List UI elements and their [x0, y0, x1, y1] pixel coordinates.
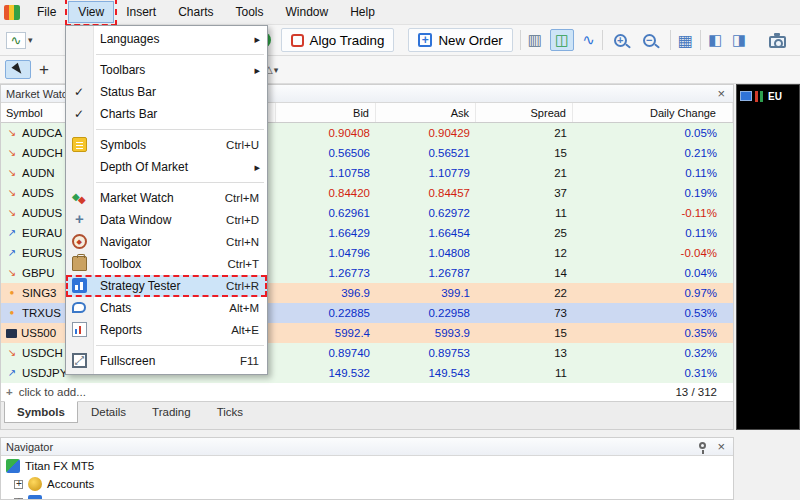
screenshot-camera-icon[interactable]	[769, 36, 786, 48]
chart-profile-dropdown-icon[interactable]	[28, 35, 33, 45]
spread-value: 15	[476, 323, 573, 343]
symbols-icon	[72, 137, 87, 152]
navigator-tree: Titan FX MT5 Accounts	[1, 456, 733, 500]
shapes-dropdown-icon[interactable]	[274, 65, 279, 75]
menu-item-shortcut: Ctrl+M	[225, 192, 259, 204]
tree-item-partial[interactable]	[6, 493, 733, 500]
tree-item-label: Titan FX MT5	[25, 460, 94, 472]
symbol-name: AUDUS	[22, 207, 62, 219]
add-symbol-row[interactable]: click to add... 13 / 312	[1, 383, 733, 401]
new-order-button[interactable]: New Order	[408, 28, 512, 52]
menu-separator	[96, 345, 264, 346]
cursor-tool-selected[interactable]	[5, 60, 31, 79]
menu-item-data-window[interactable]: Data Window Ctrl+D	[66, 209, 267, 231]
chart-candles-icon	[755, 91, 765, 102]
ask-value: 0.22958	[376, 303, 476, 323]
expand-icon[interactable]	[14, 480, 23, 489]
menu-item-shortcut: Ctrl+D	[226, 214, 259, 226]
tab-details[interactable]: Details	[78, 401, 139, 423]
tile-windows-icon[interactable]	[678, 31, 693, 50]
menu-separator	[96, 129, 264, 130]
chart-window-icon	[740, 91, 752, 101]
menu-item-market-watch[interactable]: Market Watch Ctrl+M	[66, 187, 267, 209]
chart-profile-icon[interactable]	[6, 32, 26, 49]
daily-change-value: 0.04%	[573, 263, 733, 283]
dock-window-left-icon[interactable]	[708, 31, 722, 49]
submenu-arrow-icon	[254, 161, 260, 174]
bid-value: 149.532	[276, 363, 376, 383]
spread-value: 14	[476, 263, 573, 283]
bid-value: 1.66429	[276, 223, 376, 243]
symbol-name: AUDCH	[22, 147, 63, 159]
menubar-item-help[interactable]: Help	[340, 1, 385, 23]
menu-item-toolbars[interactable]: Toolbars	[66, 59, 267, 81]
spread-value: 13	[476, 343, 573, 363]
close-icon[interactable]: ×	[714, 440, 728, 453]
menubar-item-label: Tools	[236, 5, 264, 19]
tab-ticks[interactable]: Ticks	[204, 401, 256, 423]
spread-value: 37	[476, 183, 573, 203]
zoom-out-icon[interactable]	[643, 34, 656, 47]
menu-item-status-bar[interactable]: Status Bar	[66, 81, 267, 103]
bid-value: 0.56506	[276, 143, 376, 163]
spread-value: 21	[476, 163, 573, 183]
ask-value: 1.10779	[376, 163, 476, 183]
strategy-tester-icon	[72, 278, 87, 293]
symbol-trend-icon: ↗	[6, 368, 18, 378]
chats-icon	[72, 302, 86, 313]
candle-chart-mode-selected[interactable]	[550, 29, 574, 51]
tree-item-accounts[interactable]: Accounts	[6, 475, 733, 493]
menu-item-reports[interactable]: Reports Alt+E	[66, 319, 267, 341]
menu-item-label: Toolbars	[100, 63, 145, 77]
menu-item-chats[interactable]: Chats Alt+M	[66, 297, 267, 319]
tree-item-icon	[28, 477, 42, 491]
symbols-counter: 13 / 312	[675, 386, 733, 398]
menu-item-charts-bar[interactable]: Charts Bar	[66, 103, 267, 125]
zoom-in-icon[interactable]	[614, 34, 627, 47]
tab-symbols[interactable]: Symbols	[4, 401, 78, 423]
menu-item-label: Chats	[100, 301, 131, 315]
menu-item-shortcut: F11	[240, 355, 259, 367]
ask-value: 0.84457	[376, 183, 476, 203]
menubar-item-charts[interactable]: Charts	[168, 1, 223, 23]
symbol-trend-icon: ↘	[6, 168, 18, 178]
menubar-item-insert[interactable]: Insert	[116, 1, 166, 23]
navigator-icon	[72, 234, 87, 249]
column-header-spread[interactable]: Spread	[476, 103, 573, 122]
pin-icon[interactable]	[699, 442, 706, 449]
column-header-bid[interactable]: Bid	[276, 103, 376, 122]
navigator-panel: Navigator × Titan FX MT5 Accounts	[0, 437, 734, 500]
bid-value: 0.90408	[276, 123, 376, 143]
tree-item-titan-fx-mt5[interactable]: Titan FX MT5	[6, 457, 733, 475]
bid-value: 0.84420	[276, 183, 376, 203]
ask-value: 1.04808	[376, 243, 476, 263]
bid-value: 1.26773	[276, 263, 376, 283]
menubar-item-label: Help	[350, 5, 375, 19]
menu-item-languages[interactable]: Languages	[66, 28, 267, 50]
dock-window-right-icon[interactable]	[732, 31, 746, 49]
crosshair-icon[interactable]	[39, 60, 49, 80]
symbol-name: US500	[21, 327, 56, 339]
menu-item-depth-of-market[interactable]: Depth Of Market	[66, 156, 267, 178]
menubar-item-tools[interactable]: Tools	[226, 1, 274, 23]
algo-trading-button[interactable]: Algo Trading	[281, 28, 395, 52]
spread-value: 25	[476, 223, 573, 243]
tab-trading[interactable]: Trading	[139, 401, 204, 423]
line-chart-mode-icon[interactable]	[582, 31, 595, 49]
menubar-item-view[interactable]: View	[68, 1, 114, 23]
menu-item-strategy-tester[interactable]: Strategy Tester Ctrl+R	[66, 275, 267, 297]
menu-item-fullscreen[interactable]: Fullscreen F11	[66, 350, 267, 372]
menu-item-toolbox[interactable]: Toolbox Ctrl+T	[66, 253, 267, 275]
menubar-item-file[interactable]: File	[27, 1, 66, 23]
new-order-icon	[418, 33, 432, 47]
tab-label: Details	[91, 406, 126, 418]
column-header-ask[interactable]: Ask	[376, 103, 476, 122]
menu-item-shortcut: Ctrl+T	[227, 258, 259, 270]
menubar-item-window[interactable]: Window	[276, 1, 339, 23]
menu-item-navigator[interactable]: Navigator Ctrl+N	[66, 231, 267, 253]
close-icon[interactable]: ×	[714, 87, 728, 100]
chart-window[interactable]: EU	[736, 84, 800, 430]
menu-item-symbols[interactable]: Symbols Ctrl+U	[66, 134, 267, 156]
column-header-daily-change[interactable]: Daily Change	[573, 103, 733, 122]
bar-chart-mode-icon[interactable]	[528, 31, 542, 49]
